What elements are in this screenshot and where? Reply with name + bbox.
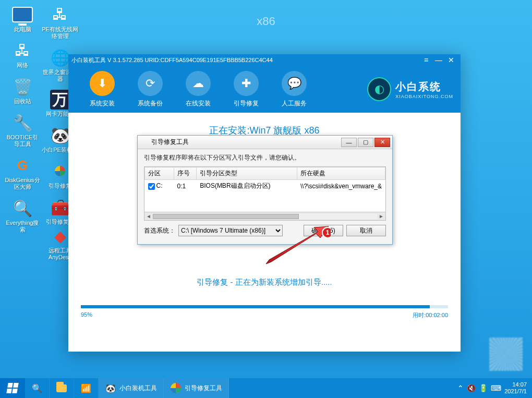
desktop-icon-recycle-bin[interactable]: 🗑️ 回收站 [4, 76, 41, 105]
pinwheel-icon [141, 138, 149, 147]
brand: ◐ 小白系统 XIAOBAIXITONG.COM [367, 77, 453, 101]
installer-titlebar[interactable]: 小白装机工具 V 3.1.572.285 URID:CDFF5A594C09E1… [68, 54, 461, 66]
boot-status-text: 引导修复 - 正在为新装系统增加引导..... [81, 278, 448, 287]
battery-icon[interactable]: 🔋 [479, 384, 488, 392]
desktop-icon-everything[interactable]: 🔍 Everything搜索 [4, 198, 41, 233]
table-row[interactable]: C: 0:1 BIOS(MBR磁盘启动分区) \\?\scsi#disk&ven… [145, 180, 385, 192]
chevron-up-icon[interactable]: ⌃ [457, 384, 464, 392]
scroll-right-button[interactable]: ► [377, 213, 385, 219]
trash-icon: 🗑️ [11, 76, 34, 97]
start-button[interactable] [0, 378, 25, 398]
desktop-icon-this-pc[interactable]: 此电脑 [4, 4, 41, 33]
tab-online-install[interactable]: ☁ 在线安装 [179, 71, 217, 108]
wifi-icon: 📶 [80, 382, 92, 394]
keyboard-icon[interactable]: ⌨ [491, 384, 501, 392]
partition-table[interactable]: 分区 序号 引导分区类型 所在硬盘 C: 0:1 BIOS(MBR磁盘启动分区)… [144, 166, 386, 221]
cloud-icon: ☁ [186, 71, 211, 96]
xiaobai-icon: 🐼 [105, 382, 116, 394]
progress-fill [81, 305, 430, 308]
dialog-title: 引导修复工具 [151, 138, 340, 147]
dialog-maximize-button[interactable]: ▢ [358, 138, 373, 147]
wrench-icon: 🔧 [11, 112, 34, 133]
windows-icon [6, 383, 19, 393]
brand-logo-icon: ◐ [367, 77, 391, 101]
volume-icon[interactable]: 🔇 [467, 384, 476, 392]
desktop-icon-diskgenius[interactable]: G DiskGenius分区大师 [4, 155, 41, 190]
installer-toolbar: ⬇ 系统安装 ⟳ 系统备份 ☁ 在线安装 ✚ 引导修复 💬 人工服务 ◐ 小白系… [68, 66, 461, 113]
folder-icon [56, 382, 67, 394]
scroll-thumb[interactable] [153, 214, 299, 219]
taskbar-network[interactable]: 📶 [74, 378, 99, 398]
tab-sys-backup[interactable]: ⟳ 系统备份 [131, 71, 170, 108]
taskbar-clock[interactable]: 14:07 2021/7/1 [504, 381, 527, 395]
dialog-minimize-button[interactable]: — [341, 138, 357, 147]
installer-title: 小白装机工具 V 3.1.572.285 URID:CDFF5A594C09E1… [71, 56, 420, 64]
col-disk[interactable]: 所在硬盘 [297, 167, 385, 180]
taskbar-search[interactable]: 🔍 [25, 378, 50, 398]
network-icon: 🖧 [11, 40, 34, 61]
pinwheel-icon [170, 382, 182, 394]
close-button[interactable]: ✕ [445, 55, 457, 65]
monitor-icon [11, 4, 34, 25]
desktop-icon-pe-net[interactable]: 🖧 PE有线无线网络管理 [42, 4, 78, 40]
lan-icon: 🖧 [49, 4, 71, 25]
chat-icon: 💬 [282, 71, 307, 96]
col-type[interactable]: 引导分区类型 [197, 167, 297, 180]
progress-percent: 95% [81, 311, 92, 319]
search-icon: 🔍 [31, 382, 43, 394]
dialog-message: 引导修复程序即将在以下分区写入引导文件，请您确认。 [144, 153, 386, 162]
col-partition[interactable]: 分区 [145, 167, 174, 180]
diskgenius-icon: G [11, 155, 34, 176]
scroll-left-button[interactable]: ◄ [144, 213, 153, 219]
progress-time: 用时:00:02:00 [413, 311, 448, 319]
ok-button[interactable]: 确定(15) [304, 225, 343, 236]
taskbar: 🔍 📶 🐼 小白装机工具 引导修复工具 ⌃ 🔇 🔋 ⌨ 14:07 2021/7… [0, 378, 532, 398]
search-icon: 🔍 [11, 198, 34, 219]
desktop-icon-bootice[interactable]: 🔧 BOOTICE引导工具 [4, 112, 41, 148]
system-tray[interactable]: ⌃ 🔇 🔋 ⌨ 14:07 2021/7/1 [452, 378, 532, 398]
tab-manual-service[interactable]: 💬 人工服务 [275, 71, 313, 108]
preferred-system-label: 首选系统： [144, 226, 175, 235]
dialog-close-button[interactable]: ✕ [374, 138, 390, 147]
progress-bar [81, 305, 448, 308]
driver-icon: 万 [50, 90, 70, 110]
taskbar-item-installer[interactable]: 🐼 小白装机工具 [99, 378, 164, 398]
menu-button[interactable]: ≡ [420, 55, 432, 65]
preferred-system-select[interactable]: C:\ [Windows 7 Ultimate (x86)] [178, 225, 283, 236]
boot-repair-dialog: 引导修复工具 — ▢ ✕ 引导修复程序即将在以下分区写入引导文件，请您确认。 分… [137, 135, 393, 245]
tab-sys-install[interactable]: ⬇ 系统安装 [83, 71, 122, 108]
desktop-icon-network[interactable]: 🖧 网络 [4, 40, 41, 69]
medkit-icon: ✚ [234, 71, 259, 96]
cancel-button[interactable]: 取消 [346, 225, 386, 236]
tab-boot-repair[interactable]: ✚ 引导修复 [227, 71, 265, 108]
table-hscrollbar[interactable]: ◄ ► [144, 212, 385, 220]
minimize-button[interactable]: — [432, 55, 445, 65]
backup-icon: ⟳ [138, 71, 163, 96]
download-icon: ⬇ [90, 71, 115, 96]
watermark [489, 337, 523, 371]
desktop-arch-label: x86 [257, 15, 275, 28]
col-index[interactable]: 序号 [174, 167, 197, 180]
row-checkbox[interactable] [148, 183, 155, 190]
taskbar-item-boot-repair[interactable]: 引导修复工具 [164, 378, 229, 398]
dialog-titlebar[interactable]: 引导修复工具 — ▢ ✕ [138, 136, 392, 149]
taskbar-explorer[interactable] [50, 378, 74, 398]
